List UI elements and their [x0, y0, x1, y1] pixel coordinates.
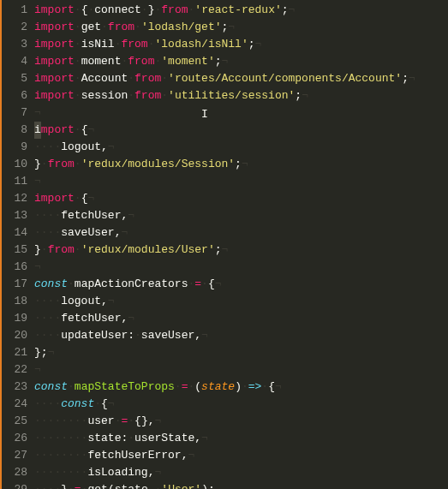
code-line[interactable]: }·from·'redux/modules/Session';¬ [34, 156, 448, 173]
code-line[interactable]: ····const·{¬ [34, 396, 448, 413]
code-line[interactable]: import·{¬ [34, 190, 448, 207]
code-line[interactable]: ¬ [34, 173, 448, 190]
code-line[interactable]: }·from·'redux/modules/User';¬ [34, 242, 448, 259]
code-line[interactable]: const·mapActionCreators·=·{¬ [34, 276, 448, 293]
token-ws: ¬ [222, 243, 229, 256]
token-ws: ···· [34, 483, 61, 489]
token-id: userState [134, 432, 194, 444]
token-ws: ¬ [121, 226, 128, 239]
token-ws: ···· [34, 226, 61, 239]
code-line[interactable]: import·{·connect·}·from·'react-redux';¬ [34, 2, 448, 19]
token-ws: · [161, 89, 168, 102]
code-line[interactable]: ····}·=·get(state,·'User'); [34, 481, 448, 489]
token-ws: · [101, 21, 108, 33]
token-str: 'lodash/get' [141, 21, 222, 33]
code-line[interactable]: ····logout,¬ [34, 139, 448, 156]
token-str: 'routes/Account/components/Account' [168, 72, 402, 85]
token-kw: from [108, 21, 134, 33]
token-ws: · [141, 3, 148, 16]
token-str: 'redux/modules/User' [81, 243, 215, 256]
token-pn: ; [295, 89, 302, 102]
line-number: 24 [0, 396, 27, 413]
token-pn: ; [41, 346, 48, 359]
token-st: const [61, 397, 94, 410]
token-pn: } [34, 243, 41, 256]
token-ws: · [68, 483, 75, 489]
token-kw: import [34, 38, 75, 51]
token-ws: · [128, 89, 134, 102]
code-line[interactable]: ····fetchUser,¬ [34, 310, 448, 327]
token-ws: ········ [34, 449, 87, 462]
code-line[interactable]: import·session·from·'utilities/session';… [34, 87, 448, 104]
token-ws: · [128, 414, 134, 427]
token-ws: ¬ [108, 295, 115, 307]
line-number: 23 [0, 379, 27, 396]
line-number: 16 [0, 259, 27, 276]
token-pn: ( [108, 483, 115, 489]
code-area[interactable]: import·{·connect·}·from·'react-redux';¬i… [34, 0, 448, 489]
token-ws: ¬ [228, 21, 235, 33]
token-pn: ; [235, 158, 242, 170]
code-line[interactable]: ········user·=·{},¬ [34, 413, 448, 430]
token-ws: ¬ [87, 192, 94, 205]
token-pn: ; [215, 243, 222, 256]
token-id: session [81, 89, 128, 102]
line-number: 10 [0, 156, 27, 173]
token-pn: ; [248, 38, 255, 51]
token-ws: · [75, 243, 81, 256]
token-str: 'moment' [161, 55, 214, 68]
code-line[interactable]: ········isLoading,¬ [34, 464, 448, 481]
token-st: const [34, 380, 68, 393]
line-number: 4 [0, 53, 27, 70]
code-line[interactable]: import·moment·from·'moment';¬ [34, 53, 448, 70]
token-ws: · [41, 158, 48, 170]
line-number: 12 [0, 190, 27, 207]
code-line[interactable]: ········fetchUserError,¬ [34, 447, 448, 464]
line-number: 5 [0, 70, 27, 87]
code-line[interactable]: ¬I [34, 104, 448, 122]
token-pn: : [128, 329, 134, 342]
code-editor[interactable]: 1234567891011121314151617181920212223242… [0, 0, 448, 489]
token-ws: ¬ [255, 38, 262, 51]
token-ws: ¬ [302, 89, 308, 102]
token-kw: from [48, 158, 75, 170]
code-line[interactable]: ¬ [34, 259, 448, 276]
line-number: 6 [0, 87, 27, 104]
code-line[interactable]: ····updateUser:·saveUser,¬ [34, 327, 448, 344]
code-line[interactable]: ····saveUser,¬ [34, 224, 448, 242]
code-line[interactable]: import·{¬ [34, 122, 448, 139]
token-id: state [115, 483, 148, 489]
code-line[interactable]: ····logout,¬ [34, 293, 448, 310]
code-line[interactable]: import·isNil·from·'lodash/isNil';¬ [34, 36, 448, 53]
text-cursor-icon: I [201, 106, 208, 123]
line-number: 13 [0, 207, 27, 224]
code-line[interactable]: import·get·from·'lodash/get';¬ [34, 19, 448, 36]
token-ws: ¬ [128, 312, 134, 325]
code-line[interactable]: const·mapStateToProps·=·(state)·=>·{¬ [34, 379, 448, 396]
code-line[interactable]: };¬ [34, 344, 448, 361]
line-number: 8 [0, 122, 27, 139]
token-ws: ¬ [108, 397, 115, 410]
token-ws: ¬ [188, 449, 194, 462]
token-str: 'lodash/isNil' [154, 38, 248, 51]
line-number: 11 [0, 173, 27, 190]
token-fn: mapStateToProps [75, 380, 175, 393]
token-pn: {} [134, 414, 148, 427]
code-line[interactable]: ········state:·userState,¬ [34, 430, 448, 447]
token-pn: ; [215, 55, 222, 68]
token-kw: mport [41, 123, 75, 136]
token-kw: from [128, 55, 154, 68]
code-line[interactable]: ¬ [34, 361, 448, 379]
line-number: 21 [0, 344, 27, 361]
line-number: 27 [0, 447, 27, 464]
token-kw: import [34, 55, 75, 68]
token-ws: ···· [34, 397, 61, 410]
token-kw: from [48, 243, 75, 256]
code-line[interactable]: import·Account·from·'routes/Account/comp… [34, 70, 448, 87]
token-ws: ¬ [34, 175, 41, 188]
code-line[interactable]: ····fetchUser,¬ [34, 207, 448, 224]
token-ws: · [134, 329, 141, 342]
token-ws: · [68, 380, 75, 393]
token-pn: } [61, 483, 68, 489]
token-id: isNil [81, 38, 115, 51]
